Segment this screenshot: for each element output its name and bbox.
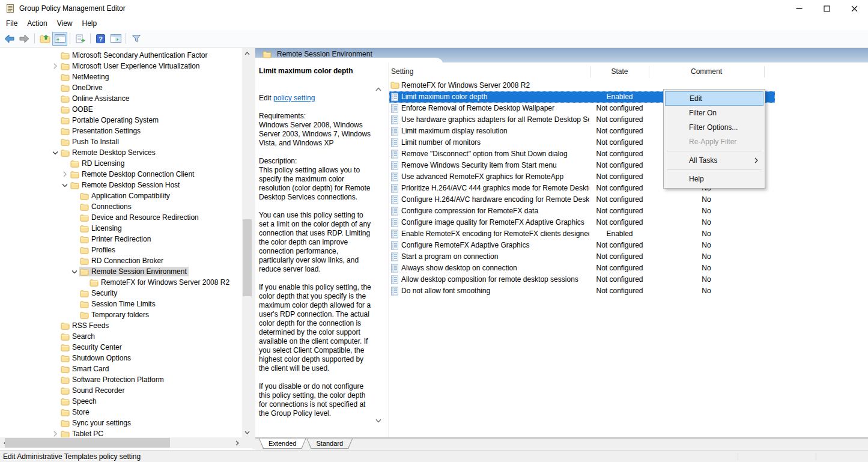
tree-item-label-area[interactable]: Remote Desktop Session Host <box>70 180 181 190</box>
tree-item-label-area[interactable]: Temporary folders <box>79 310 151 320</box>
context-menu-filter-options[interactable]: Filter Options... <box>665 120 763 135</box>
tree-item-application-compatibility[interactable]: Application Compatibility <box>0 190 241 201</box>
scroll-up-button[interactable] <box>242 48 252 58</box>
tree-item-label-area[interactable]: Remote Desktop Connection Client <box>70 169 196 179</box>
tree-vertical-scrollbar-thumb[interactable] <box>243 219 252 296</box>
tree-item-label-area[interactable]: Security Center <box>60 342 124 352</box>
tree-item-label-area[interactable]: Microsoft User Experience Virtualization <box>60 61 202 71</box>
tree-item-label-area[interactable]: OneDrive <box>60 83 105 93</box>
scroll-down-button[interactable] <box>242 427 252 437</box>
help-scroll-up-icon[interactable] <box>374 84 383 94</box>
tree-item-rss-feeds[interactable]: RSS Feeds <box>0 320 241 331</box>
tree-item-security[interactable]: Security <box>0 288 241 299</box>
tab-extended[interactable]: Extended <box>259 439 306 449</box>
tree-item-label-area[interactable]: Store <box>60 407 91 417</box>
maximize-button[interactable] <box>813 0 840 17</box>
tree-item-temporary-folders[interactable]: Temporary folders <box>0 309 241 320</box>
show-action-pane-button[interactable] <box>108 32 123 46</box>
policy-row-allow-desktop-composition-for-remote-desktop-sessions[interactable]: Allow desktop composition for remote des… <box>389 274 775 285</box>
filter-button[interactable] <box>129 32 144 46</box>
menu-view[interactable]: View <box>52 17 77 29</box>
tree-item-presentation-settings[interactable]: Presentation Settings <box>0 126 241 136</box>
tree-item-licensing[interactable]: Licensing <box>0 223 241 234</box>
tree-item-label-area[interactable]: Sound Recorder <box>60 386 126 395</box>
tree-item-search[interactable]: Search <box>0 331 241 342</box>
tree-item-profiles[interactable]: Profiles <box>0 245 241 255</box>
tree-item-remote-session-environment[interactable]: Remote Session Environment <box>0 266 241 277</box>
tree-item-push-to-install[interactable]: Push To Install <box>0 136 241 147</box>
tree-item-label-area[interactable]: Shutdown Options <box>60 353 133 363</box>
help-button[interactable]: ? <box>93 32 108 46</box>
tree-item-microsoft-secondary-authentication-factor[interactable]: Microsoft Secondary Authentication Facto… <box>0 50 241 61</box>
context-menu-filter-on[interactable]: Filter On <box>665 106 763 120</box>
tree-item-label-area[interactable]: Portable Operating System <box>60 115 160 125</box>
tree-item-label-area[interactable]: Remote Desktop Services <box>60 148 157 157</box>
tree-horizontal-scrollbar-thumb[interactable] <box>5 438 170 448</box>
tree-item-label-area[interactable]: RD Connection Broker <box>79 256 165 266</box>
tree-item-label-area[interactable]: Printer Redirection <box>79 234 153 244</box>
tree-item-software-protection-platform[interactable]: Software Protection Platform <box>0 374 241 385</box>
tree-item-label-area[interactable]: Remote Session Environment <box>79 267 189 276</box>
help-scroll-down-icon[interactable] <box>374 416 383 425</box>
policy-row-always-show-desktop-on-connection[interactable]: Always show desktop on connection Not co… <box>389 263 775 274</box>
chevron-down-icon[interactable] <box>60 180 70 190</box>
tree-item-shutdown-options[interactable]: Shutdown Options <box>0 353 241 363</box>
tree-item-connections[interactable]: Connections <box>0 201 241 212</box>
tree-item-smart-card[interactable]: Smart Card <box>0 363 241 374</box>
tree-item-sound-recorder[interactable]: Sound Recorder <box>0 385 241 396</box>
tree-item-rd-licensing[interactable]: RD Licensing <box>0 158 241 169</box>
tree-item-label-area[interactable]: Presentation Settings <box>60 126 142 136</box>
chevron-down-icon[interactable] <box>70 267 79 276</box>
menu-action[interactable]: Action <box>22 17 52 29</box>
tree-item-speech[interactable]: Speech <box>0 396 241 407</box>
chevron-down-icon[interactable] <box>50 148 60 157</box>
policy-row-configure-h-264-avc-hardware-encoding-for-remote-deskt[interactable]: Configure H.264/AVC hardware encoding fo… <box>389 194 775 205</box>
column-header-state[interactable]: State <box>590 65 649 79</box>
policy-row-enable-remotefx-encoding-for-remotefx-clients-designed-f[interactable]: Enable RemoteFX encoding for RemoteFX cl… <box>389 228 775 240</box>
tree-item-label-area[interactable]: Tablet PC <box>60 429 105 437</box>
context-menu-edit[interactable]: Edit <box>665 91 763 106</box>
tree-item-label-area[interactable]: Device and Resource Redirection <box>79 213 201 222</box>
context-menu-all-tasks[interactable]: All Tasks <box>665 153 763 168</box>
tree-item-label-area[interactable]: Online Assistance <box>60 94 131 103</box>
column-header-comment[interactable]: Comment <box>649 65 764 79</box>
tree-item-label-area[interactable]: Session Time Limits <box>79 299 157 309</box>
tree-item-label-area[interactable]: Microsoft Secondary Authentication Facto… <box>60 50 209 60</box>
column-header-setting[interactable]: Setting <box>389 65 590 79</box>
chevron-right-icon[interactable] <box>60 169 70 179</box>
menu-help[interactable]: Help <box>77 17 102 29</box>
forward-button[interactable] <box>17 32 32 46</box>
close-button[interactable] <box>840 0 868 17</box>
tree-item-label-area[interactable]: Connections <box>79 202 133 211</box>
policy-row-configure-image-quality-for-remotefx-adaptive-graphics[interactable]: Configure image quality for RemoteFX Ada… <box>389 217 775 228</box>
tree-item-label-area[interactable]: RSS Feeds <box>60 321 111 330</box>
tree-item-remote-desktop-connection-client[interactable]: Remote Desktop Connection Client <box>0 169 241 180</box>
chevron-right-icon[interactable] <box>50 61 60 71</box>
tree-item-label-area[interactable]: Sync your settings <box>60 418 133 428</box>
tree-item-remotefx-for-windows-server-2008-r2[interactable]: RemoteFX for Windows Server 2008 R2 <box>0 277 241 288</box>
tree-item-microsoft-user-experience-virtualization[interactable]: Microsoft User Experience Virtualization <box>0 61 241 71</box>
tree-item-label-area[interactable]: Licensing <box>79 223 124 233</box>
show-console-tree-button[interactable] <box>52 32 67 46</box>
tree-item-session-time-limits[interactable]: Session Time Limits <box>0 299 241 309</box>
context-menu-help[interactable]: Help <box>665 172 763 186</box>
tree-item-rd-connection-broker[interactable]: RD Connection Broker <box>0 255 241 266</box>
policy-row-configure-compression-for-remotefx-data[interactable]: Configure compression for RemoteFX data … <box>389 205 775 217</box>
chevron-right-icon[interactable] <box>50 429 60 437</box>
column-divider[interactable] <box>590 66 591 78</box>
tree-item-label-area[interactable]: Search <box>60 332 97 341</box>
tree-item-sync-your-settings[interactable]: Sync your settings <box>0 418 241 428</box>
tree-item-portable-operating-system[interactable]: Portable Operating System <box>0 115 241 126</box>
tree-item-netmeeting[interactable]: NetMeeting <box>0 71 241 82</box>
minimize-button[interactable] <box>785 0 813 17</box>
policy-setting-link[interactable]: policy setting <box>273 94 315 102</box>
tree-item-tablet-pc[interactable]: Tablet PC <box>0 428 241 437</box>
tree-item-remote-desktop-session-host[interactable]: Remote Desktop Session Host <box>0 180 241 190</box>
menu-file[interactable]: File <box>1 17 22 29</box>
tree-item-label-area[interactable]: Smart Card <box>60 364 111 374</box>
export-list-button[interactable] <box>73 32 88 46</box>
tree-item-online-assistance[interactable]: Online Assistance <box>0 93 241 104</box>
tree-item-label-area[interactable]: Speech <box>60 397 99 406</box>
tree-item-security-center[interactable]: Security Center <box>0 342 241 353</box>
tree-item-label-area[interactable]: Push To Install <box>60 137 121 147</box>
